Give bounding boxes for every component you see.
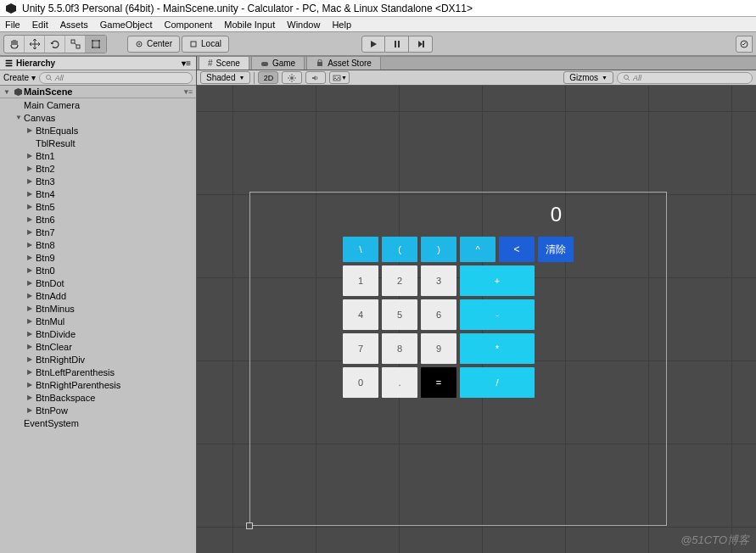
menu-file[interactable]: File (5, 20, 20, 30)
expand-arrow-icon[interactable]: ▶ (27, 254, 36, 261)
tab-game[interactable]: Game (251, 56, 305, 70)
key-5[interactable]: 5 (382, 299, 417, 330)
scene-viewport[interactable]: 0 \ ( ) ^ < 清除 123+456-789*0.=/ @51CTO博客 (197, 86, 756, 553)
expand-arrow-icon[interactable]: ▶ (27, 279, 36, 287)
hierarchy-item-btn1[interactable]: ▶Btn1 (0, 149, 196, 162)
tab-scene[interactable]: #Scene (199, 56, 249, 70)
key-3[interactable]: 3 (421, 265, 456, 296)
expand-arrow-icon[interactable]: ▶ (27, 215, 36, 223)
key-minus[interactable]: - (460, 299, 535, 330)
menu-assets[interactable]: Assets (60, 20, 88, 30)
expand-arrow-icon[interactable]: ▶ (27, 381, 36, 388)
hierarchy-item-btn5[interactable]: ▶Btn5 (0, 200, 196, 213)
hierarchy-item-canvas[interactable]: ▼Canvas (0, 111, 196, 124)
pause-button[interactable] (385, 36, 409, 53)
gizmos-dropdown[interactable]: Gizmos▼ (563, 71, 613, 84)
center-pivot-toggle[interactable]: Center (127, 36, 180, 53)
lighting-toggle[interactable] (282, 71, 302, 84)
tab-assetstore[interactable]: Asset Store (306, 56, 381, 70)
hand-tool[interactable] (4, 36, 25, 53)
hierarchy-item-btndivide[interactable]: ▶BtnDivide (0, 327, 196, 340)
menu-mobileinput[interactable]: Mobile Input (224, 20, 275, 30)
rect-tool[interactable] (86, 36, 106, 53)
hierarchy-item-btnbackspace[interactable]: ▶BtnBackspace (0, 391, 196, 404)
key-4[interactable]: 4 (343, 299, 378, 330)
key-equals[interactable]: = (421, 367, 456, 398)
expand-arrow-icon[interactable]: ▶ (27, 266, 36, 274)
hierarchy-item-btn6[interactable]: ▶Btn6 (0, 213, 196, 226)
hierarchy-item-main camera[interactable]: Main Camera (0, 98, 196, 111)
expand-arrow-icon[interactable]: ▶ (27, 190, 36, 198)
shaded-dropdown[interactable]: Shaded▼ (200, 71, 250, 84)
step-button[interactable] (409, 36, 433, 53)
play-button[interactable] (361, 36, 385, 53)
key-lparen[interactable]: ( (382, 237, 417, 262)
scale-tool[interactable] (65, 36, 86, 53)
hierarchy-item-btn8[interactable]: ▶Btn8 (0, 238, 196, 251)
expand-arrow-icon[interactable]: ▶ (27, 152, 36, 159)
fx-toggle[interactable]: ▼ (329, 71, 350, 84)
move-tool[interactable] (25, 36, 45, 53)
expand-arrow-icon[interactable]: ▶ (27, 203, 36, 210)
key-7[interactable]: 7 (343, 333, 378, 364)
key-div[interactable]: / (460, 367, 535, 398)
hierarchy-item-btn7[interactable]: ▶Btn7 (0, 226, 196, 238)
expand-arrow-icon[interactable]: ▶ (27, 228, 36, 236)
hierarchy-item-btnadd[interactable]: ▶BtnAdd (0, 289, 196, 302)
key-add[interactable]: + (460, 265, 535, 296)
local-global-toggle[interactable]: Local (182, 36, 229, 53)
expand-arrow-icon[interactable]: ▼ (15, 114, 24, 121)
collab-button[interactable] (736, 36, 753, 53)
hierarchy-item-btn4[interactable]: ▶Btn4 (0, 187, 196, 200)
key-dot[interactable]: . (382, 367, 417, 398)
key-1[interactable]: 1 (343, 265, 378, 296)
expand-arrow-icon[interactable]: ▶ (27, 241, 36, 249)
hierarchy-item-btn9[interactable]: ▶Btn9 (0, 251, 196, 264)
key-mul[interactable]: * (460, 333, 535, 364)
hierarchy-item-btnleftparenthesis[interactable]: ▶BtnLeftParenthesis (0, 366, 196, 378)
expand-arrow-icon[interactable]: ▶ (27, 368, 36, 376)
expand-arrow-icon[interactable]: ▶ (27, 165, 36, 172)
hierarchy-item-btn0[interactable]: ▶Btn0 (0, 264, 196, 276)
key-backspace[interactable]: < (499, 237, 535, 262)
expand-arrow-icon[interactable]: ▶ (27, 317, 36, 325)
key-8[interactable]: 8 (382, 333, 417, 364)
hierarchy-item-btnminus[interactable]: ▶BtnMinus (0, 302, 196, 315)
panel-menu-icon[interactable]: ▾≡ (182, 59, 191, 68)
key-backslash[interactable]: \ (343, 237, 378, 262)
key-6[interactable]: 6 (421, 299, 456, 330)
audio-toggle[interactable] (305, 71, 326, 84)
expand-arrow-icon[interactable]: ▶ (27, 177, 36, 185)
hierarchy-item-btndot[interactable]: ▶BtnDot (0, 276, 196, 289)
menu-window[interactable]: Window (287, 20, 320, 30)
create-dropdown[interactable]: Create ▾ (3, 73, 36, 82)
menu-gameobject[interactable]: GameObject (100, 20, 153, 30)
hierarchy-item-btnrightparenthesis[interactable]: ▶BtnRightParenthesis (0, 378, 196, 391)
menu-component[interactable]: Component (164, 20, 212, 30)
key-pow[interactable]: ^ (460, 237, 496, 262)
expand-arrow-icon[interactable]: ▶ (27, 343, 36, 350)
hierarchy-item-btn2[interactable]: ▶Btn2 (0, 162, 196, 175)
menu-edit[interactable]: Edit (32, 20, 48, 30)
expand-arrow-icon[interactable]: ▶ (27, 394, 36, 401)
key-2[interactable]: 2 (382, 265, 417, 296)
scene-menu-icon[interactable]: ▾≡ (184, 87, 193, 96)
expand-arrow-icon[interactable]: ▶ (27, 330, 36, 338)
hierarchy-item-tblresult[interactable]: TblResult (0, 137, 196, 149)
hierarchy-item-btnclear[interactable]: ▶BtnClear (0, 340, 196, 353)
scene-search[interactable]: All (617, 72, 753, 84)
hierarchy-item-btn3[interactable]: ▶Btn3 (0, 175, 196, 187)
hierarchy-item-btnequals[interactable]: ▶BtnEquals (0, 124, 196, 137)
key-rparen[interactable]: ) (421, 237, 456, 262)
menu-help[interactable]: Help (332, 20, 351, 30)
expand-arrow-icon[interactable]: ▶ (27, 355, 36, 363)
hierarchy-tab[interactable]: ☰ Hierarchy ▾≡ (0, 56, 196, 70)
hierarchy-item-btnpow[interactable]: ▶BtnPow (0, 404, 196, 416)
2d-toggle[interactable]: 2D (258, 71, 278, 84)
expand-arrow-icon[interactable]: ▶ (27, 292, 36, 299)
hierarchy-item-btnrightdiv[interactable]: ▶BtnRightDiv (0, 353, 196, 366)
expand-arrow-icon[interactable]: ▶ (27, 304, 36, 312)
hierarchy-item-btnmul[interactable]: ▶BtnMul (0, 315, 196, 327)
key-clear[interactable]: 清除 (538, 237, 574, 262)
key-9[interactable]: 9 (421, 333, 456, 364)
